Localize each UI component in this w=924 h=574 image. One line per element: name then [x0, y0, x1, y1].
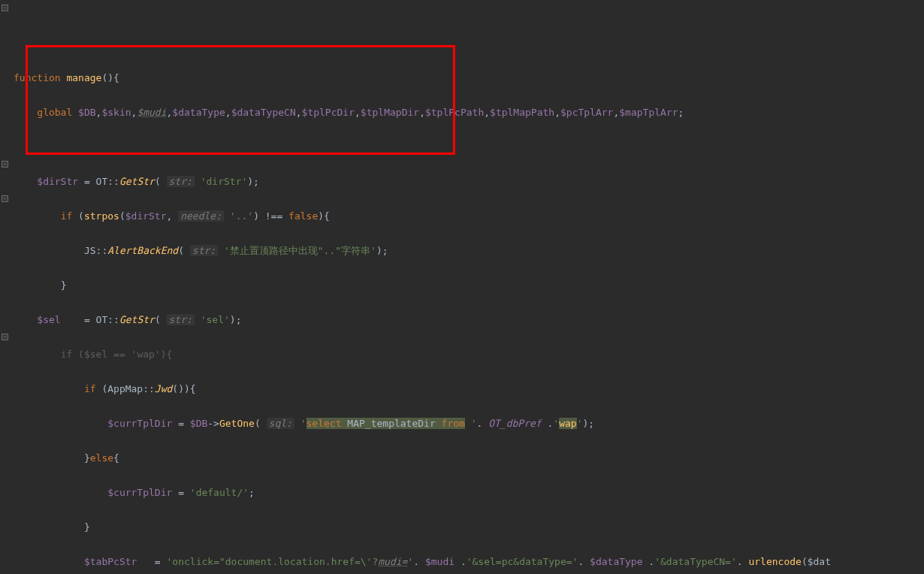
code-line: $currTplDir = $DB->GetOne( sql: 'select …	[14, 415, 924, 432]
fold-marker[interactable]: -	[2, 195, 8, 202]
code-line: }else{	[14, 449, 924, 467]
code-line: if (strpos($dirStr, needle: '..') !== fa…	[14, 207, 924, 225]
code-line: function manage(){	[14, 69, 924, 86]
code-line: $currTplDir = 'default/';	[14, 484, 924, 501]
code-line: $tabPcStr = 'onclick="document.location.…	[14, 553, 924, 570]
code-line: global $DB,$skin,$mudi,$dataType,$dataTy…	[14, 104, 924, 121]
gutter[interactable]: - - - -	[0, 0, 11, 574]
code-line: $sel = OT::GetStr( str: 'sel');	[14, 311, 924, 328]
code-line: if (AppMap::Jwd()){	[14, 380, 924, 397]
code-line: JS::AlertBackEnd( str: '禁止置顶路径中出现".."字符串…	[14, 242, 924, 259]
fold-marker[interactable]: -	[2, 5, 8, 11]
code-line: }	[14, 518, 924, 536]
fold-marker[interactable]: -	[2, 161, 8, 168]
code-editor[interactable]: - - - - function manage(){ global $DB,$s…	[0, 0, 924, 574]
code-line: $dirStr = OT::GetStr( str: 'dirStr');	[14, 173, 924, 190]
code-line	[14, 138, 924, 156]
code-line: if ($sel == 'wap'){	[14, 346, 924, 363]
code-line: }	[14, 276, 924, 294]
code-area[interactable]: function manage(){ global $DB,$skin,$mud…	[11, 0, 924, 574]
fold-marker[interactable]: -	[2, 334, 8, 340]
